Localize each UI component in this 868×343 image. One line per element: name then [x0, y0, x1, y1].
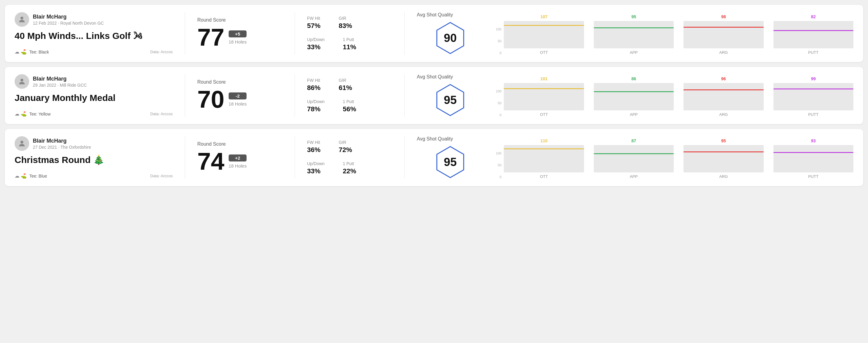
bar-container-3: 82	[773, 21, 854, 48]
oneputt-label-round3: 1 Putt	[343, 161, 356, 166]
fw-hit-value-round2: 86%	[307, 84, 320, 92]
fw-hit-stat-round3: FW Hit 36%	[307, 140, 320, 154]
oneputt-value-round2: 56%	[343, 105, 356, 113]
y-label-100: 100	[496, 151, 501, 155]
y-axis: 100 50 0	[496, 27, 501, 55]
bar-value-0: 107	[540, 14, 547, 19]
oneputt-label-round2: 1 Putt	[343, 99, 356, 104]
card-left-round2: Blair McHarg 29 Jan 2022 · Mill Ride GCC…	[14, 74, 173, 117]
fw-hit-value-round3: 36%	[307, 146, 320, 154]
svg-point-2	[20, 79, 23, 82]
holes-text-round3: 18 Holes	[229, 163, 247, 168]
data-source-round2: Data: Arccos	[150, 112, 173, 116]
tee-label-round2: Tee: Yellow	[29, 112, 51, 117]
bar-group-ott: 101 OTT	[504, 83, 584, 117]
bar-value-3: 99	[811, 76, 816, 81]
bar-container-1: 86	[594, 83, 674, 111]
weather-icon-round3: ☁ ⛳	[14, 173, 27, 179]
user-name-round3: Blair McHarg	[33, 138, 91, 144]
score-badge-block-round3: +2 18 Holes	[229, 154, 247, 168]
fw-hit-label-round1: FW Hit	[307, 16, 320, 21]
bar-line-1	[594, 153, 674, 154]
updown-stat-round3: Up/Down 33%	[307, 161, 325, 175]
score-label-round1: Round Score	[197, 17, 282, 23]
bar-value-3: 93	[811, 138, 816, 143]
gir-value-round1: 83%	[339, 22, 352, 30]
card-footer-round1: ☁ ⛳ Tee: Black Data: Arccos	[14, 49, 173, 55]
user-text-round3: Blair McHarg 27 Dec 2021 · The Oxfordshi…	[33, 138, 91, 150]
gir-stat-round1: GIR 83%	[339, 16, 352, 30]
oneputt-stat-round1: 1 Putt 11%	[343, 37, 356, 51]
chart-wrapper: 100 50 0 110 OTT 87 APP 95	[496, 136, 854, 179]
hexagon-wrapper-round2: 95	[434, 83, 467, 117]
bar-axis-label-1: APP	[630, 50, 638, 55]
bar-axis-label-1: APP	[630, 174, 638, 179]
updown-label-round1: Up/Down	[307, 37, 325, 42]
user-text-round2: Blair McHarg 29 Jan 2022 · Mill Ride GCC	[33, 76, 87, 88]
bar-chart: 107 OTT 95 APP 98 ARG	[504, 12, 854, 55]
score-label-round3: Round Score	[197, 142, 282, 147]
bar-container-2: 96	[683, 83, 764, 111]
holes-text-round1: 18 Holes	[229, 39, 247, 44]
stats-section-round2: FW Hit 86% GIR 61% Up/Down 78% 1 Putt	[307, 74, 392, 117]
score-row-round3: 74 +2 18 Holes	[197, 149, 282, 174]
avatar-round3	[14, 136, 29, 151]
hex-score-round2: 95	[444, 94, 457, 107]
score-label-round2: Round Score	[197, 80, 282, 85]
oneputt-label-round1: 1 Putt	[343, 37, 356, 42]
bar-group-ott: 110 OTT	[504, 145, 584, 179]
stats-row-top-round3: FW Hit 36% GIR 72%	[307, 140, 392, 154]
quality-label-round2: Avg Shot Quality	[417, 74, 453, 80]
score-section-round2: Round Score 70 -2 18 Holes	[197, 74, 282, 117]
bar-line-3	[773, 89, 854, 89]
bar-axis-label-2: ARG	[719, 50, 728, 55]
bar-axis-label-3: PUTT	[808, 112, 818, 117]
card-footer-round2: ☁ ⛳ Tee: Yellow Data: Arccos	[14, 111, 173, 117]
oneputt-value-round1: 11%	[343, 43, 356, 51]
gir-stat-round3: GIR 72%	[339, 140, 352, 154]
bar-chart: 101 OTT 86 APP 96 ARG	[504, 74, 854, 117]
weather-icon-round1: ☁ ⛳	[14, 49, 27, 55]
y-label-0: 0	[496, 175, 501, 179]
bar-axis-label-0: OTT	[540, 50, 548, 55]
gir-label-round2: GIR	[339, 78, 352, 83]
bar-container-3: 93	[773, 145, 854, 173]
gir-stat-round2: GIR 61%	[339, 78, 352, 92]
y-axis: 100 50 0	[496, 151, 501, 179]
bar-line-1	[594, 91, 674, 92]
tee-label-round3: Tee: Blue	[29, 174, 47, 179]
fw-hit-stat-round1: FW Hit 57%	[307, 16, 320, 30]
stats-row-bot-round2: Up/Down 78% 1 Putt 56%	[307, 99, 392, 113]
weather-icon-round2: ☁ ⛳	[14, 111, 27, 117]
bar-value-1: 95	[631, 14, 636, 19]
bar-container-1: 87	[594, 145, 674, 173]
bar-container-3: 99	[773, 83, 854, 111]
gir-label-round3: GIR	[339, 140, 352, 145]
y-label-50: 50	[496, 39, 501, 43]
score-badge-round3: +2	[229, 154, 247, 161]
y-axis: 100 50 0	[496, 89, 501, 117]
tee-info-round1: ☁ ⛳ Tee: Black	[14, 49, 49, 55]
score-badge-block-round1: +5 18 Holes	[229, 30, 247, 44]
user-date-round3: 27 Dec 2021 · The Oxfordshire	[33, 145, 91, 150]
quality-label-round3: Avg Shot Quality	[417, 136, 453, 142]
quality-section-round1: Avg Shot Quality 90	[417, 12, 484, 55]
oneputt-stat-round2: 1 Putt 56%	[343, 99, 356, 113]
bar-container-2: 98	[683, 21, 764, 48]
bar-value-2: 96	[721, 76, 726, 81]
user-text-round1: Blair McHarg 12 Feb 2022 · Royal North D…	[33, 14, 104, 26]
hex-score-round3: 95	[444, 156, 457, 169]
bar-axis-label-3: PUTT	[808, 174, 818, 179]
user-info-round3: Blair McHarg 27 Dec 2021 · The Oxfordshi…	[14, 136, 173, 151]
bar-value-2: 95	[721, 138, 726, 143]
divider-mid-round1	[294, 12, 295, 55]
bar-value-0: 110	[540, 138, 547, 143]
bar-value-1: 86	[631, 76, 636, 81]
score-badge-block-round2: -2 18 Holes	[229, 92, 247, 106]
gir-value-round2: 61%	[339, 84, 352, 92]
score-section-round1: Round Score 77 +5 18 Holes	[197, 12, 282, 55]
bar-group-ott: 107 OTT	[504, 21, 584, 55]
fw-hit-label-round2: FW Hit	[307, 78, 320, 83]
svg-point-0	[20, 17, 23, 20]
score-number-round2: 70	[197, 87, 224, 112]
